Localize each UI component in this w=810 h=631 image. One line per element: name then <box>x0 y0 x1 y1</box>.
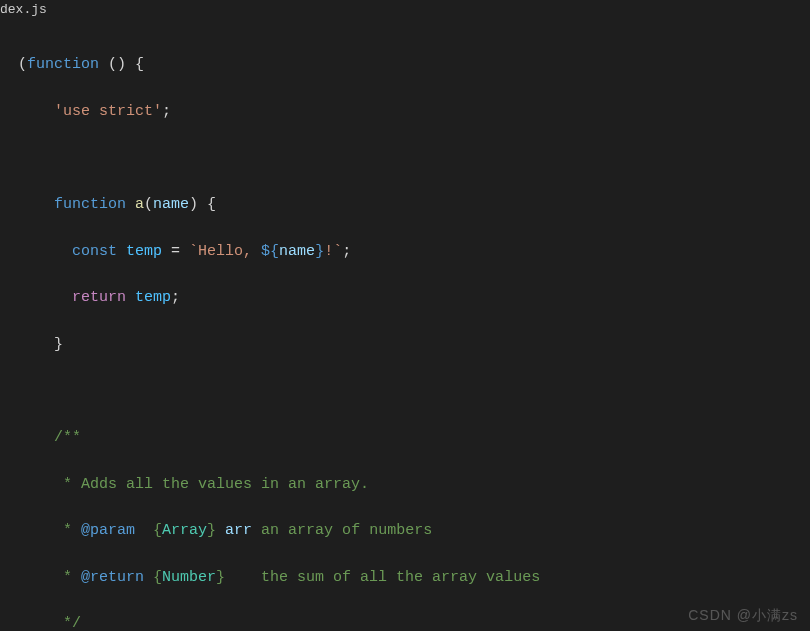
code-line: (function () { <box>18 53 810 76</box>
code-line: return temp; <box>18 286 810 309</box>
code-line <box>18 379 810 402</box>
code-line: const temp = `Hello, ${name}!`; <box>18 240 810 263</box>
code-line: * @return {Number} the sum of all the ar… <box>18 566 810 589</box>
code-line: } <box>18 333 810 356</box>
code-line: * Adds all the values in an array. <box>18 473 810 496</box>
code-editor[interactable]: (function () { 'use strict'; function a(… <box>0 22 810 631</box>
tab-filename[interactable]: dex.js <box>0 0 47 17</box>
watermark-text: CSDN @小满zs <box>688 607 798 625</box>
tab-row: dex.js <box>0 0 810 22</box>
code-line: 'use strict'; <box>18 100 810 123</box>
code-line: function a(name) { <box>18 193 810 216</box>
code-line: /** <box>18 426 810 449</box>
code-line <box>18 146 810 169</box>
code-line: * @param {Array} arr an array of numbers <box>18 519 810 542</box>
